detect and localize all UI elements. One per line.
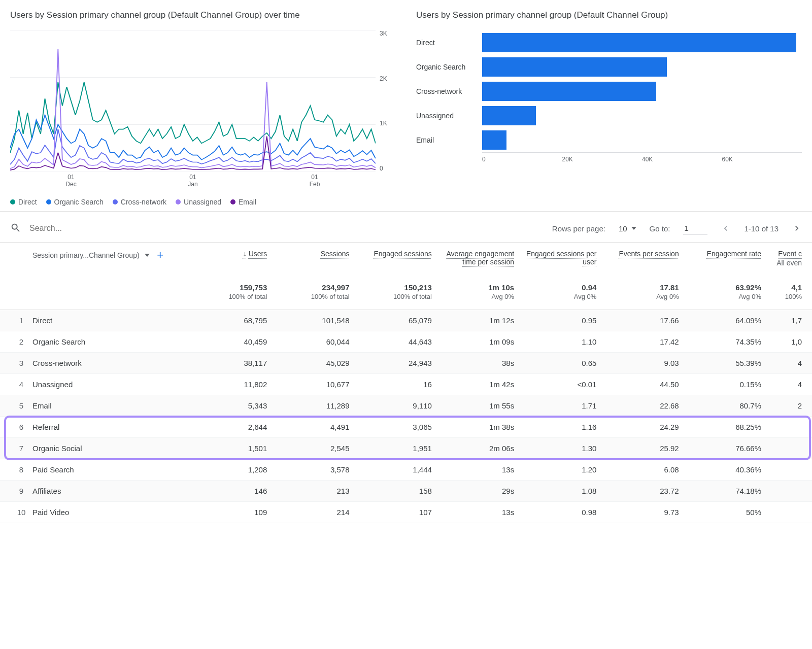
bar-chart-title: Users by Session primary channel group (… [416,10,802,20]
legend-item[interactable]: Organic Search [46,198,104,206]
table-row[interactable]: 10Paid Video10921410713s0.989.7350% [0,502,812,523]
add-dimension-icon[interactable]: + [155,250,166,261]
table-row[interactable]: 4Unassigned11,80210,677161m 42s<0.0144.5… [0,374,812,395]
line-chart-panel: Users by Session primary channel group (… [10,10,396,206]
bar-row[interactable]: Organic Search [416,55,802,79]
line-chart-y-ticks: 3K2K1K0 [376,30,396,172]
pagination: Rows per page: 10 Go to: 1-10 of 13 [552,222,802,235]
line-chart-title: Users by Session primary channel group (… [10,10,396,20]
search-input[interactable] [28,223,181,233]
goto-label: Go to: [650,224,670,233]
prev-page-icon[interactable] [721,223,731,233]
goto-input[interactable] [683,222,707,235]
dropdown-icon [631,227,636,230]
col-users[interactable]: ↓Users [185,250,267,258]
bar-row[interactable]: Direct [416,30,802,55]
table-row[interactable]: 7Organic Social1,5012,5451,9512m 06s1.30… [0,438,812,459]
search-icon [10,222,21,235]
bar-chart[interactable]: DirectOrganic SearchCross-networkUnassig… [416,30,802,152]
table-row[interactable]: 6Referral2,6444,4913,0651m 38s1.1624.296… [0,417,812,438]
rows-per-page-select[interactable]: 10 [619,224,636,233]
line-chart-x-ticks: 01Dec01Jan01Feb [10,174,396,188]
line-chart-legend: DirectOrganic SearchCross-networkUnassig… [10,198,396,206]
table-header-row: Session primary...Channel Group) + ↓User… [0,242,812,278]
bar-row[interactable]: Unassigned [416,104,802,128]
search-box[interactable] [10,222,542,235]
col-engagement-rate[interactable]: Engagement rate [679,250,761,258]
bar-row[interactable]: Email [416,128,802,152]
table-row[interactable]: 8Paid Search1,2083,5781,44413s1.206.0840… [0,459,812,481]
col-sessions[interactable]: Sessions [267,250,349,258]
table-row[interactable]: 1Direct68,795101,54865,0791m 12s0.9517.6… [0,310,812,331]
legend-item[interactable]: Direct [10,198,37,206]
next-page-icon[interactable] [792,223,802,233]
bar-chart-panel: Users by Session primary channel group (… [416,10,802,206]
col-engaged-sessions[interactable]: Engaged sessions [350,250,432,258]
dimension-header[interactable]: Session primary...Channel Group) + [32,250,185,261]
table-row[interactable]: 2Organic Search40,45960,04444,6431m 09s1… [0,331,812,353]
col-event-count-partial[interactable]: Event c All even [761,250,802,267]
data-table: Session primary...Channel Group) + ↓User… [0,242,812,523]
table-row[interactable]: 3Cross-network38,11745,02924,94338s0.659… [0,353,812,374]
table-body: 1Direct68,795101,54865,0791m 12s0.9517.6… [0,310,812,523]
dropdown-icon [145,254,150,257]
col-avg-engagement-time[interactable]: Average engagement time per session [432,250,514,266]
rows-per-page-label: Rows per page: [552,224,605,233]
bar-row[interactable]: Cross-network [416,79,802,104]
table-row[interactable]: 9Affiliates14621315829s1.0823.7274.18% [0,481,812,502]
col-engaged-sessions-per-user[interactable]: Engaged sessions per user [514,250,596,266]
table-row[interactable]: 5Email5,34311,2899,1101m 55s1.7122.6880.… [0,395,812,417]
legend-item[interactable]: Email [230,198,256,206]
bar-chart-x-ticks: 020K40K60K [482,152,802,163]
legend-item[interactable]: Unassigned [176,198,221,206]
line-chart[interactable] [10,30,376,172]
legend-item[interactable]: Cross-network [113,198,166,206]
page-range: 1-10 of 13 [744,224,779,233]
table-totals-row: 159,753100% of total 234,997100% of tota… [0,278,812,310]
col-events-per-session[interactable]: Events per session [596,250,679,258]
